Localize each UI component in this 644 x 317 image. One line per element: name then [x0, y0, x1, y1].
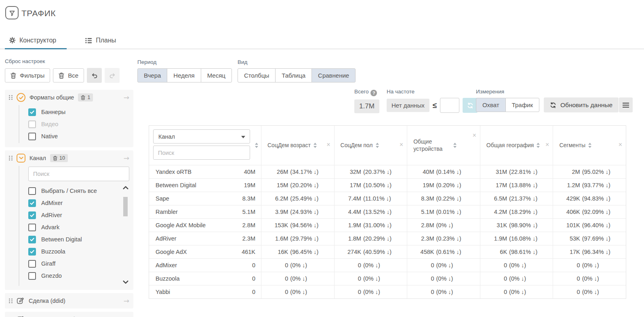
total-control: Всего 1.7M	[354, 89, 379, 113]
drag-handle-icon[interactable]	[9, 95, 13, 100]
list-item[interactable]: Выбрать / Снять все	[28, 185, 119, 197]
section-clear-badge[interactable]: 1	[78, 93, 93, 101]
table-cell: 2M(95.02% ↓)	[553, 165, 626, 178]
view-compare-button[interactable]: Сравнение	[311, 68, 356, 82]
checkbox-checked[interactable]	[28, 248, 36, 256]
sort-icon[interactable]	[537, 143, 540, 148]
checkbox-unchecked[interactable]	[28, 272, 36, 280]
table-cell: 53K(97.69% ↓)	[553, 232, 626, 245]
sort-icon[interactable]	[314, 143, 317, 148]
scroll-down-icon[interactable]	[122, 280, 129, 284]
close-icon[interactable]	[326, 142, 330, 148]
list-item[interactable]: Giraff	[28, 258, 119, 270]
close-icon[interactable]	[400, 142, 403, 148]
cell-percent: (11.01% ↓)	[363, 195, 400, 202]
help-icon[interactable]	[370, 90, 377, 96]
section-clear-badge[interactable]: 10	[50, 154, 68, 162]
dimensions-options: Охват Трафик	[476, 98, 539, 112]
refresh-data-button[interactable]: Обновить данные	[544, 97, 619, 112]
expand-arrow-icon[interactable]	[124, 315, 129, 317]
scrollbar-thumb[interactable]	[123, 197, 128, 216]
checkbox-checked[interactable]	[28, 211, 36, 219]
cell-percent: (97.69% ↓)	[582, 235, 619, 242]
reset-all-button[interactable]: Все	[53, 68, 84, 82]
cell-value: 0	[341, 289, 361, 295]
undo-button[interactable]	[87, 68, 102, 83]
dimension-traffic-button[interactable]: Трафик	[505, 98, 539, 112]
frequency-input[interactable]	[440, 98, 459, 113]
filter-section-channel: Канал 10 Выбрать / Снять все AdMixer	[5, 150, 133, 290]
table-menu-button[interactable]	[619, 97, 633, 112]
list-item[interactable]: AdRiver	[28, 209, 119, 221]
period-month-button[interactable]: Месяц	[201, 68, 232, 82]
channel-total: 0	[252, 289, 255, 295]
item-label: AdRiver	[41, 212, 62, 218]
close-icon[interactable]	[472, 132, 476, 139]
cell-value: 6.2M	[268, 195, 288, 202]
list-item[interactable]: Between Digital	[28, 233, 119, 245]
close-icon[interactable]	[619, 142, 622, 148]
edit-icon[interactable]	[17, 315, 25, 317]
checkbox-unchecked[interactable]	[28, 224, 36, 231]
item-label: Выбрать / Снять все	[41, 188, 97, 194]
channel-total: 19M	[244, 182, 255, 188]
list-item[interactable]: Gnezdo	[28, 270, 119, 282]
dimension-reach-button[interactable]: Охват	[476, 98, 506, 112]
sort-icon[interactable]	[588, 143, 591, 148]
table-search-input[interactable]	[153, 146, 250, 160]
tab-plans[interactable]: Планы	[81, 35, 126, 49]
cell-value: 0	[268, 289, 288, 295]
list-item[interactable]: AdMixer	[28, 197, 119, 209]
checkbox-checked[interactable]	[28, 199, 36, 207]
trash-icon	[53, 156, 57, 161]
cell-percent: (0% ↓)	[509, 289, 546, 295]
cell-value: 0	[414, 289, 434, 295]
period-week-button[interactable]: Неделя	[167, 68, 201, 82]
table-cell: 26M(34.17% ↓)	[261, 165, 334, 178]
sort-icon[interactable]	[255, 143, 258, 148]
channel-list: Выбрать / Снять все AdMixer AdRiver Adva…	[28, 185, 129, 285]
list-item[interactable]: Видео	[28, 118, 129, 130]
channel-select[interactable]: Канал	[153, 129, 250, 144]
checkbox-checked[interactable]	[28, 236, 36, 243]
chevron-down-icon[interactable]	[17, 154, 25, 163]
frequency-apply-button[interactable]	[463, 98, 478, 113]
sort-icon[interactable]	[376, 143, 379, 148]
expand-arrow-icon[interactable]	[124, 297, 129, 305]
table-cell: 1.9M(31.00% ↓)	[334, 218, 407, 232]
check-circle-icon[interactable]	[17, 93, 25, 102]
drag-handle-icon[interactable]	[9, 156, 13, 161]
cell-value: 15M	[268, 182, 288, 188]
channel-search-input[interactable]	[28, 167, 129, 181]
cell-percent: (24.93% ↓)	[290, 209, 327, 215]
cell-value: 17K	[560, 249, 580, 255]
reset-filters-button[interactable]: Фильтры	[5, 68, 50, 82]
view-columns-button[interactable]: Столбцы	[238, 68, 276, 82]
expand-arrow-icon[interactable]	[124, 154, 129, 163]
redo-button[interactable]	[105, 68, 120, 83]
section-title: Канал	[29, 155, 46, 161]
scrollbar[interactable]	[122, 185, 129, 285]
cell-percent: (31.00% ↓)	[363, 222, 400, 228]
cell-percent: (0% ↓)	[363, 289, 400, 295]
list-item[interactable]: Баннеры	[28, 106, 129, 118]
tab-constructor[interactable]: Конструктор	[5, 35, 67, 49]
list-item[interactable]: Native	[28, 130, 129, 142]
checkbox-unchecked[interactable]	[28, 260, 36, 268]
list-item[interactable]: Buzzoola	[28, 245, 119, 258]
scroll-up-icon[interactable]	[122, 186, 129, 190]
table-cell: 1.8M(20.29% ↓)	[334, 232, 407, 245]
section-header: Форматы общие 1	[5, 90, 133, 105]
checkbox-checked[interactable]	[28, 108, 36, 116]
edit-icon[interactable]	[17, 297, 25, 305]
list-item[interactable]: Advark	[28, 221, 119, 233]
sort-icon[interactable]	[453, 143, 457, 148]
checkbox-unchecked[interactable]	[28, 187, 36, 195]
checkbox-unchecked[interactable]	[28, 133, 36, 140]
table-cell: 0(0% ↓)	[407, 272, 480, 285]
close-icon[interactable]	[545, 142, 549, 148]
view-table-button[interactable]: Таблица	[275, 68, 312, 82]
drag-handle-icon[interactable]	[9, 298, 13, 303]
period-yesterday-button[interactable]: Вчера	[137, 68, 167, 82]
expand-arrow-icon[interactable]	[124, 93, 129, 102]
